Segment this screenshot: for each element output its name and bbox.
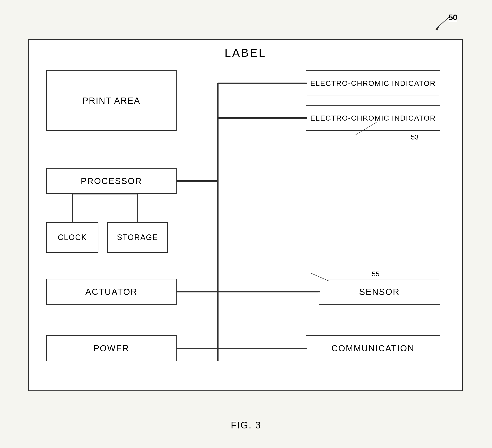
print-area-box: PRINT AREA	[46, 70, 177, 131]
fig-caption: FIG. 3	[231, 420, 261, 431]
power-label: POWER	[93, 344, 129, 353]
eci-2-label: ELECTRO-CHROMIC INDICATOR	[310, 114, 436, 122]
page: 50 LABEL PRINT AREA ELECTRO-CHROMIC INDI…	[0, 0, 492, 448]
sensor-box: SENSOR	[319, 279, 440, 305]
actuator-box: ACTUATOR	[46, 279, 177, 305]
power-box: POWER	[46, 335, 177, 361]
eci-box-1: ELECTRO-CHROMIC INDICATOR	[306, 70, 440, 96]
ref-53-label: 53	[411, 133, 419, 141]
label-title: LABEL	[225, 46, 266, 59]
storage-label: STORAGE	[117, 233, 158, 242]
eci-box-2: ELECTRO-CHROMIC INDICATOR	[306, 105, 440, 131]
svg-line-0	[436, 17, 449, 29]
ref-55-label: 55	[372, 270, 379, 278]
processor-box: PROCESSOR	[46, 168, 177, 194]
label-box: LABEL PRINT AREA ELECTRO-CHROMIC INDICAT…	[28, 39, 463, 391]
communication-label: COMMUNICATION	[331, 344, 415, 353]
reference-50-area: 50	[427, 13, 457, 36]
clock-label: CLOCK	[58, 233, 87, 242]
print-area-label: PRINT AREA	[82, 96, 140, 105]
clock-box: CLOCK	[46, 222, 98, 253]
sensor-label: SENSOR	[359, 287, 400, 297]
communication-box: COMMUNICATION	[306, 335, 440, 361]
ref-50-label: 50	[449, 13, 457, 22]
processor-label: PROCESSOR	[81, 176, 142, 186]
eci-1-label: ELECTRO-CHROMIC INDICATOR	[310, 79, 436, 88]
storage-box: STORAGE	[107, 222, 168, 253]
actuator-label: ACTUATOR	[85, 287, 137, 297]
